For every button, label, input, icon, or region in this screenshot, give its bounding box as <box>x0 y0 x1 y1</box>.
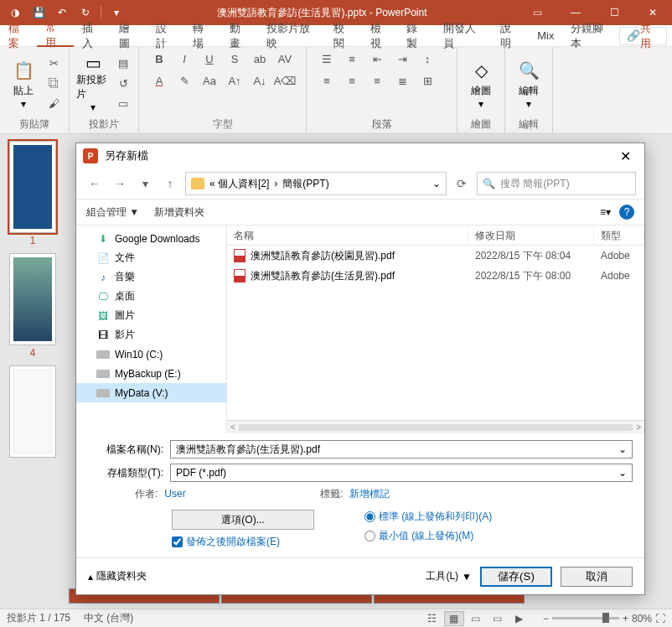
tab-review[interactable]: 校閱 <box>325 25 362 47</box>
reading-view-button[interactable]: ▭ <box>488 611 508 626</box>
tab-insert[interactable]: 插入 <box>74 25 111 47</box>
tab-help[interactable]: 說明 <box>492 25 529 47</box>
thumbnail-pane[interactable]: 1 4 <box>0 134 65 609</box>
tab-home[interactable]: 常用 <box>37 25 74 47</box>
columns-icon[interactable]: ⊞ <box>419 72 436 89</box>
tab-animations[interactable]: 動畫 <box>221 25 258 47</box>
filename-input[interactable]: 澳洲雙語教育參訪(生活見習).pdf⌄ <box>170 440 633 459</box>
slide-thumb-1[interactable]: 1 <box>9 141 56 246</box>
file-row[interactable]: 澳洲雙語教育參訪(生活見習).pdf 2022/8/15 下午 08:00 Ad… <box>227 266 644 286</box>
filetype-select[interactable]: PDF (*.pdf)⌄ <box>170 464 633 482</box>
zoom-out-button[interactable]: − <box>543 613 549 624</box>
autosave-icon[interactable]: ◑ <box>5 3 25 23</box>
highlight-icon[interactable]: ✎ <box>176 72 193 89</box>
tree-desktop[interactable]: 🖵桌面 <box>76 287 226 306</box>
editing-button[interactable]: 🔍 編輯▾ <box>512 53 545 113</box>
tab-draw[interactable]: 繪圖 <box>111 25 147 47</box>
tab-slideshow[interactable]: 投影片放映 <box>258 25 325 47</box>
tree-pictures[interactable]: 🖼圖片 <box>76 306 226 325</box>
tab-transitions[interactable]: 轉場 <box>184 25 221 47</box>
align-center-icon[interactable]: ≡ <box>344 72 360 89</box>
sorter-view-button[interactable]: ▭ <box>466 611 486 626</box>
help-icon[interactable]: ? <box>619 205 634 220</box>
notes-button[interactable]: ☷ <box>422 611 442 626</box>
shrink-icon[interactable]: A↓ <box>251 72 268 89</box>
normal-view-button[interactable]: ▦ <box>444 611 464 626</box>
indent-dec-icon[interactable]: ⇤ <box>369 50 385 67</box>
new-slide-button[interactable]: ▭ 新投影片▾ <box>76 53 110 113</box>
address-bar[interactable]: « 個人資料[2]› 簡報(PPT) ⌄ <box>185 172 447 195</box>
radio-standard[interactable]: 標準 (線上發佈和列印)(A) <box>364 510 492 524</box>
organize-button[interactable]: 組合管理 ▼ <box>86 205 139 220</box>
folder-tree[interactable]: ⬇Google Downloads 📄文件 ♪音樂 🖵桌面 🖼圖片 🎞影片 Wi… <box>76 225 227 433</box>
copy-icon[interactable]: ⿻ <box>45 75 62 91</box>
dialog-close-button[interactable]: ✕ <box>613 147 638 166</box>
zoom-in-button[interactable]: + <box>623 613 628 624</box>
refresh-button[interactable]: ⟳ <box>452 174 472 194</box>
spacing-icon[interactable]: AV <box>277 50 293 67</box>
cut-icon[interactable]: ✂ <box>45 54 62 71</box>
tags-value[interactable]: 新增標記 <box>349 488 390 500</box>
share-button[interactable]: 🔗 共用 <box>619 27 667 45</box>
line-spacing-icon[interactable]: ↕ <box>419 50 436 67</box>
align-right-icon[interactable]: ≡ <box>369 72 385 89</box>
paste-button[interactable]: 📋 貼上▾ <box>7 53 40 113</box>
tree-videos[interactable]: 🎞影片 <box>76 325 226 345</box>
cancel-button[interactable]: 取消 <box>561 567 633 587</box>
reset-icon[interactable]: ↺ <box>115 75 132 91</box>
layout-icon[interactable]: ▤ <box>115 54 132 71</box>
language-status[interactable]: 中文 (台灣) <box>84 611 133 625</box>
nav-forward-button[interactable]: → <box>110 174 130 194</box>
tab-design[interactable]: 設計 <box>147 25 184 47</box>
new-folder-button[interactable]: 新增資料夾 <box>154 205 204 220</box>
tab-view[interactable]: 檢視 <box>362 25 399 47</box>
tab-mix[interactable]: Mix <box>529 25 562 47</box>
redo-icon[interactable]: ↻ <box>75 3 96 23</box>
font-color-icon[interactable]: A <box>151 72 168 89</box>
col-date[interactable]: 修改日期 <box>468 225 594 245</box>
section-icon[interactable]: ▭ <box>115 95 132 111</box>
slide-thumb-4[interactable]: 4 <box>9 253 56 359</box>
case-icon[interactable]: Aa <box>201 72 218 89</box>
tree-documents[interactable]: 📄文件 <box>76 248 226 267</box>
tree-google-downloads[interactable]: ⬇Google Downloads <box>76 229 226 248</box>
slide-counter[interactable]: 投影片 1 / 175 <box>7 611 70 625</box>
tab-file[interactable]: 檔案 <box>0 25 37 47</box>
align-left-icon[interactable]: ≡ <box>318 72 335 89</box>
view-options-button[interactable]: ≡▾ <box>600 206 611 218</box>
format-painter-icon[interactable]: 🖌 <box>45 95 62 111</box>
ribbon-options-icon[interactable]: ▭ <box>518 0 556 25</box>
indent-inc-icon[interactable]: ⇥ <box>394 50 411 67</box>
zoom-slider[interactable] <box>552 617 619 619</box>
slideshow-view-button[interactable]: ▶ <box>509 611 530 626</box>
file-row[interactable]: 澳洲雙語教育參訪(校園見習).pdf 2022/8/15 下午 08:04 Ad… <box>227 246 644 266</box>
search-input[interactable]: 🔍 搜尋 簡報(PPT) <box>477 172 636 195</box>
tree-drive-e[interactable]: MyBackup (E:) <box>76 364 226 383</box>
nav-recent-button[interactable]: ▾ <box>135 174 155 194</box>
slide-thumb-next[interactable] <box>9 365 56 458</box>
col-type[interactable]: 類型 <box>594 225 644 245</box>
nav-up-button[interactable]: ↑ <box>160 174 180 194</box>
tab-camtasia[interactable]: 分鏡腳本 <box>562 25 619 47</box>
clear-icon[interactable]: A⌫ <box>277 72 293 89</box>
tree-drive-c[interactable]: Win10 (C:) <box>76 345 226 364</box>
italic-icon[interactable]: I <box>176 50 193 67</box>
justify-icon[interactable]: ≣ <box>394 72 411 89</box>
drawing-button[interactable]: ◇ 繪圖▾ <box>464 53 498 113</box>
author-value[interactable]: User <box>164 488 185 500</box>
options-button[interactable]: 選項(O)... <box>172 510 314 530</box>
grow-icon[interactable]: A↑ <box>226 72 243 89</box>
hide-folders-button[interactable]: ▴ 隱藏資料夾 <box>88 569 147 583</box>
fit-button[interactable]: ⛶ <box>655 613 665 624</box>
tools-dropdown[interactable]: 工具(L) ▼ <box>426 569 472 583</box>
horizontal-scrollbar[interactable]: <> <box>227 420 644 433</box>
nav-back-button[interactable]: ← <box>85 174 105 194</box>
tree-music[interactable]: ♪音樂 <box>76 267 226 287</box>
open-after-checkbox[interactable]: 發佈之後開啟檔案(E) <box>172 535 314 549</box>
numbers-icon[interactable]: ≡ <box>344 50 360 67</box>
bold-icon[interactable]: B <box>151 50 168 67</box>
shadow-icon[interactable]: ab <box>251 50 268 67</box>
tree-drive-v[interactable]: MyData (V:) <box>76 383 226 402</box>
tab-developer[interactable]: 開發人員 <box>435 25 492 47</box>
save-button[interactable]: 儲存(S) <box>480 567 552 587</box>
